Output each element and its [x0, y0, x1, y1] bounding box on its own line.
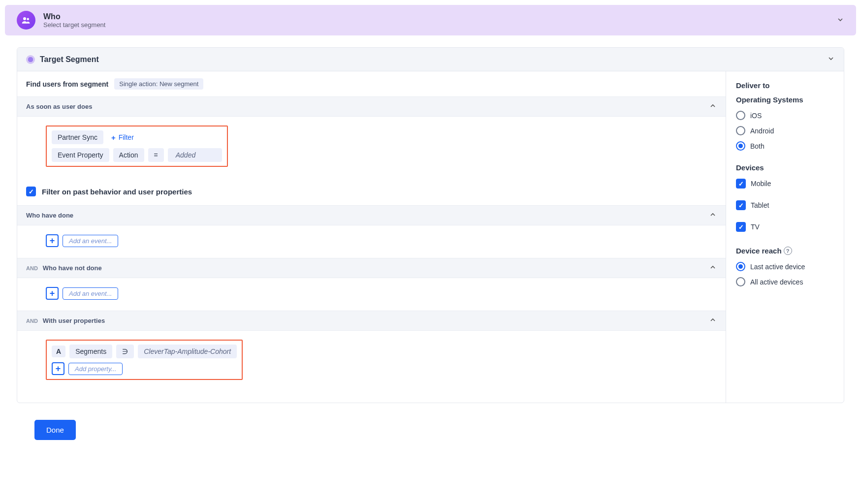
checkbox-icon [736, 222, 746, 232]
notdone-body: + Add an event... [17, 278, 726, 311]
event-property-pill[interactable]: Event Property [52, 148, 109, 162]
and-tag: AND [26, 265, 38, 271]
os-heading: Operating Systems [736, 95, 834, 104]
chevron-down-icon[interactable] [827, 55, 835, 64]
operator-pill[interactable]: ∋ [116, 345, 134, 358]
target-segment-header[interactable]: Target Segment [17, 48, 844, 71]
radio-icon [736, 126, 745, 135]
checkbox-icon [736, 200, 746, 210]
done-button[interactable]: Done [34, 420, 76, 440]
add-event-input[interactable]: Add an event... [63, 235, 118, 247]
chevron-up-icon[interactable] [709, 263, 717, 273]
filter-behavior-label: Filter on past behavior and user propert… [42, 188, 192, 196]
target-segment-card: Target Segment Find users from segment S… [17, 47, 844, 403]
filter-behavior-row[interactable]: Filter on past behavior and user propert… [17, 178, 726, 205]
devices-heading: Devices [736, 163, 834, 172]
segments-value-pill[interactable]: CleverTap-Amplitude-Cohort [138, 345, 237, 358]
who-text: Who Select target segment [43, 12, 105, 29]
target-segment-body: Find users from segment Single action: N… [17, 71, 844, 403]
device-option-tablet[interactable]: Tablet [736, 197, 834, 213]
chevron-up-icon[interactable] [709, 102, 717, 111]
radio-icon [736, 141, 745, 151]
device-option-tv[interactable]: TV [736, 219, 834, 235]
find-users-row: Find users from segment Single action: N… [17, 78, 726, 96]
chevron-down-icon[interactable] [836, 16, 844, 25]
who-subtitle: Select target segment [43, 21, 105, 29]
notdone-title: Who have not done [43, 264, 102, 272]
svg-point-0 [23, 17, 26, 20]
event-highlight-box: Partner Sync + Filter Event Property Act… [46, 126, 228, 167]
chevron-up-icon[interactable] [709, 316, 717, 325]
and-tag: AND [26, 318, 38, 324]
add-property-plus-button[interactable]: + [52, 362, 64, 375]
event-name-pill[interactable]: Partner Sync [52, 130, 103, 144]
deliver-to-panel: Deliver to Operating Systems iOS Android… [726, 71, 844, 403]
add-property-input[interactable]: Add property... [68, 363, 123, 375]
checkbox-icon [736, 179, 746, 189]
property-key-pill[interactable]: Action [113, 148, 144, 162]
as-soon-as-title: As soon as user does [26, 103, 92, 110]
plus-icon: + [111, 133, 116, 142]
radio-icon [736, 277, 745, 286]
as-soon-as-header[interactable]: As soon as user does [17, 96, 726, 117]
notdone-header[interactable]: AND Who have not done [17, 258, 726, 278]
as-soon-as-body: Partner Sync + Filter Event Property Act… [17, 117, 726, 178]
add-filter-link[interactable]: + Filter [111, 133, 134, 142]
who-banner[interactable]: Who Select target segment [5, 5, 856, 35]
userprops-title: With user properties [43, 317, 105, 324]
userprops-highlight-box: A Segments ∋ CleverTap-Amplitude-Cohort … [46, 340, 243, 380]
done-body: + Add an event... [17, 225, 726, 258]
deliver-to-title: Deliver to [736, 81, 834, 90]
os-option-android[interactable]: Android [736, 123, 834, 138]
help-icon[interactable]: ? [784, 247, 792, 255]
chevron-up-icon[interactable] [709, 211, 717, 220]
os-option-ios[interactable]: iOS [736, 108, 834, 123]
target-segment-radio-icon [26, 55, 35, 64]
segment-badge[interactable]: Single action: New segment [114, 78, 203, 90]
add-event-plus-button[interactable]: + [46, 287, 59, 300]
userprops-body: A Segments ∋ CleverTap-Amplitude-Cohort … [17, 331, 726, 391]
who-icon [17, 11, 35, 30]
letter-pill: A [52, 346, 65, 357]
device-option-mobile[interactable]: Mobile [736, 176, 834, 191]
target-segment-title: Target Segment [40, 55, 822, 64]
operator-pill[interactable]: = [148, 148, 164, 162]
add-event-plus-button[interactable]: + [46, 234, 59, 247]
radio-icon [736, 111, 745, 120]
who-title: Who [43, 12, 105, 21]
svg-point-1 [27, 18, 30, 21]
find-users-label: Find users from segment [26, 80, 108, 88]
userprops-header[interactable]: AND With user properties [17, 311, 726, 331]
done-header[interactable]: Who have done [17, 205, 726, 225]
property-value-pill[interactable]: Added [168, 148, 222, 162]
filter-behavior-checkbox[interactable] [26, 187, 36, 196]
segments-key-pill[interactable]: Segments [69, 345, 112, 358]
left-column: Find users from segment Single action: N… [17, 71, 726, 403]
os-option-both[interactable]: Both [736, 138, 834, 154]
reach-option-all[interactable]: All active devices [736, 274, 834, 289]
add-event-input[interactable]: Add an event... [63, 287, 118, 300]
reach-heading: Device reach ? [736, 247, 834, 255]
done-title: Who have done [26, 212, 73, 219]
radio-icon [736, 262, 745, 271]
reach-option-last[interactable]: Last active device [736, 259, 834, 274]
